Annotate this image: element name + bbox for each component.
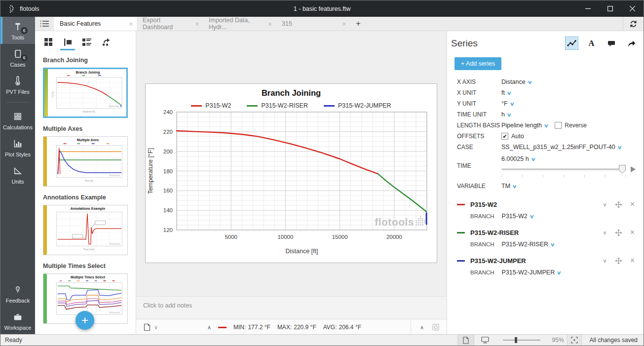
x-axis-dropdown[interactable]: Distance∨ — [501, 78, 531, 85]
svg-text:Multiple Times Select: Multiple Times Select — [71, 275, 106, 279]
branch-dropdown[interactable]: P315-W2-JUMPER∨ — [502, 269, 561, 276]
chevron-down-icon: ∨ — [544, 123, 549, 128]
length-basis-dropdown[interactable]: Pipeline length∨ — [501, 122, 548, 129]
field-y-unit: Y UNIT °F∨ — [451, 98, 644, 109]
svg-text:220: 220 — [163, 129, 173, 135]
sidebar-item-workspace[interactable]: Workspace — [0, 307, 35, 334]
tab-imported-data[interactable]: Imported Data, Hydr... × — [203, 17, 276, 31]
list-view-icon[interactable] — [81, 37, 92, 47]
chart-panel[interactable]: Branch Joining P315-W2 P315-W2-RISER P31… — [145, 83, 437, 263]
svg-text:200: 200 — [163, 149, 173, 154]
tab-close-icon[interactable]: × — [342, 20, 346, 28]
zoom-slider[interactable] — [496, 335, 547, 346]
legend-item: P315-W2-JUMPER — [324, 102, 391, 109]
sidebar-item-plot-styles[interactable]: Plot Styles — [0, 134, 35, 161]
sidebar-item-feedback[interactable]: Feedback — [0, 280, 35, 307]
series-name: P315-W2-JUMPER — [470, 257, 526, 265]
field-offsets: OFFSETS ✔ Auto — [451, 131, 644, 142]
sidebar-item-tools[interactable]: 6 Tools — [0, 17, 35, 44]
collapse-panel-icon[interactable]: ∧ — [420, 324, 424, 331]
sidebar-item-calculations[interactable]: Calculations — [0, 107, 35, 134]
collapse-stats-icon[interactable]: ∧ — [207, 324, 211, 331]
page-view-icon[interactable] — [457, 335, 474, 346]
add-plot-button[interactable]: + — [76, 311, 94, 330]
grid-view-icon[interactable] — [43, 37, 54, 47]
chevron-down-icon: ∨ — [509, 101, 514, 107]
tab-close-icon[interactable]: × — [268, 20, 272, 28]
tab-bar: Basic Features × Export Dashboard × Impo… — [35, 17, 644, 31]
note-dropdown-icon[interactable]: ∨ — [154, 324, 158, 331]
auto-offsets-checkbox[interactable]: ✔ — [501, 133, 508, 140]
svg-text:flotools: flotools — [375, 216, 414, 228]
time-unit-dropdown[interactable]: h∨ — [501, 111, 511, 118]
svg-text:Branch Joining: Branch Joining — [76, 71, 100, 75]
series-card-p315-w2-jumper: P315-W2-JUMPER ∨ × BRANCH P315-W2-JUMPER… — [451, 257, 644, 276]
note-icon[interactable] — [143, 323, 151, 331]
remove-series-icon[interactable]: × — [630, 256, 635, 265]
notes-input[interactable]: Click to add notes — [136, 296, 447, 319]
sidebar-item-cases[interactable]: 6 Cases — [0, 44, 35, 71]
field-time: TIME 6.00025 h∨ — [451, 155, 644, 179]
svg-text:240: 240 — [163, 109, 173, 115]
remove-series-icon[interactable]: × — [630, 228, 635, 237]
menu-icon[interactable] — [35, 17, 54, 31]
branch-dropdown[interactable]: P315-W2-RISER∨ — [502, 241, 555, 248]
stat-avg: AVG:206.4 °F — [323, 324, 361, 331]
move-series-icon[interactable] — [615, 258, 622, 264]
tab-315[interactable]: 315 × — [276, 17, 350, 31]
case-dropdown[interactable]: SS_WELL_p315_w2_1.25inFF_POUT-40∨ — [501, 144, 621, 151]
tab-export-dashboard[interactable]: Export Dashboard × — [137, 17, 203, 31]
status-text: Ready — [0, 337, 22, 344]
reverse-checkbox[interactable] — [555, 122, 562, 129]
refresh-icon[interactable] — [623, 17, 644, 31]
time-slider[interactable] — [501, 168, 626, 170]
collapse-series-icon[interactable]: ∨ — [603, 230, 607, 236]
close-button[interactable] — [621, 0, 644, 17]
svg-text:Annotations Example: Annotations Example — [71, 207, 106, 211]
branch-dropdown[interactable]: P315-W2∨ — [502, 213, 533, 220]
play-time-icon[interactable] — [631, 166, 636, 172]
calculator-icon — [11, 110, 24, 123]
series-mode-icon[interactable] — [565, 37, 578, 50]
window-title: 1 - basic features.ftw — [294, 0, 350, 17]
tab-close-icon[interactable]: × — [195, 20, 199, 28]
collapse-series-icon[interactable]: ∨ — [603, 201, 607, 208]
remove-series-icon[interactable]: × — [630, 200, 635, 209]
fit-to-window-icon[interactable] — [567, 335, 582, 346]
comment-icon[interactable] — [605, 37, 618, 50]
chevron-down-icon: ∨ — [527, 79, 532, 85]
zoom-slider-thumb[interactable] — [515, 337, 517, 343]
cases-icon: 6 — [11, 47, 24, 60]
move-series-icon[interactable] — [615, 230, 622, 236]
plot-thumbnail-annotations-example[interactable]: Annotations Example flotools Time [min] — [43, 205, 128, 255]
move-series-icon[interactable] — [615, 201, 622, 208]
collapse-series-icon[interactable]: ∨ — [603, 258, 607, 264]
screen-view-icon[interactable] — [474, 335, 496, 346]
add-series-button[interactable]: + Add series — [455, 57, 501, 70]
text-annotation-icon[interactable]: A — [585, 37, 598, 50]
svg-text:10000: 10000 — [277, 234, 293, 240]
export-share-icon[interactable] — [624, 37, 638, 50]
variable-dropdown[interactable]: TM∨ — [501, 183, 516, 190]
chevron-down-icon: ∨ — [550, 242, 555, 247]
maximize-button[interactable] — [599, 0, 621, 17]
plot-thumbnail-branch-joining[interactable]: Branch Joining flotools Distance [ft] — [43, 68, 128, 118]
new-tab-button[interactable]: + — [350, 17, 367, 31]
snapshot-icon[interactable] — [432, 323, 440, 331]
workflow-icon[interactable] — [101, 37, 112, 47]
plot-thumbnail-multiple-axes[interactable]: Multiple Axes flotools Time [h] — [43, 136, 128, 187]
y-unit-dropdown[interactable]: °F∨ — [501, 100, 514, 107]
svg-text:180: 180 — [163, 168, 173, 174]
plots-view-icon[interactable] — [62, 37, 73, 47]
time-dropdown[interactable]: 6.00025 h∨ — [501, 155, 644, 162]
tab-close-icon[interactable]: × — [129, 20, 133, 28]
tab-basic-features[interactable]: Basic Features × — [54, 17, 137, 31]
x-unit-dropdown[interactable]: ft∨ — [501, 89, 511, 96]
sidebar-item-pvt-files[interactable]: PVT Files — [0, 71, 35, 98]
sidebar-item-units[interactable]: Units — [0, 161, 35, 188]
time-slider-thumb[interactable] — [619, 165, 626, 174]
minimize-button[interactable] — [577, 0, 599, 17]
svg-text:120: 120 — [163, 227, 173, 233]
plot-section-branch-joining: Branch Joining Branch Joining — [43, 57, 129, 118]
chart-plot-area[interactable]: 5000100001500020000120140160180200220240… — [146, 109, 437, 257]
